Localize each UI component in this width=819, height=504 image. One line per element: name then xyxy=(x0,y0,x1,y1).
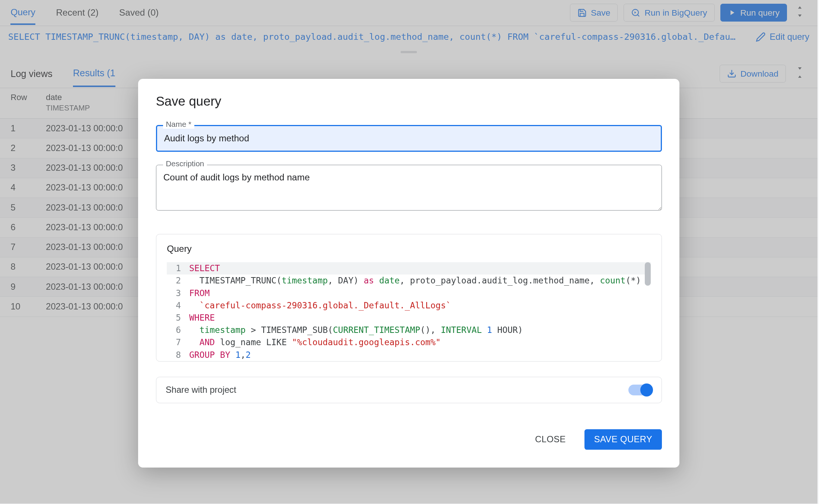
line-number: 4 xyxy=(167,299,181,312)
share-toggle[interactable] xyxy=(628,385,652,395)
code-line: 8GROUP BY 1,2 xyxy=(167,349,651,361)
description-field[interactable] xyxy=(156,165,662,211)
query-code-area[interactable]: 1SELECT2 TIMESTAMP_TRUNC(timestamp, DAY)… xyxy=(167,262,651,361)
code-content: timestamp > TIMESTAMP_SUB(CURRENT_TIMEST… xyxy=(189,324,523,336)
dialog-title: Save query xyxy=(156,94,662,109)
code-content: `careful-compass-290316.global._Default.… xyxy=(189,299,451,312)
line-number: 6 xyxy=(167,324,181,336)
code-line: 6 timestamp > TIMESTAMP_SUB(CURRENT_TIME… xyxy=(167,324,651,336)
line-number: 5 xyxy=(167,312,181,324)
code-line: 2 TIMESTAMP_TRUNC(timestamp, DAY) as dat… xyxy=(167,275,651,287)
line-number: 1 xyxy=(167,262,181,275)
code-content: SELECT xyxy=(189,262,220,275)
code-content: TIMESTAMP_TRUNC(timestamp, DAY) as date,… xyxy=(189,275,641,287)
code-line: 7 AND log_name LIKE "%cloudaudit.googlea… xyxy=(167,336,651,349)
code-line: 4 `careful-compass-290316.global._Defaul… xyxy=(167,299,651,312)
line-number: 2 xyxy=(167,275,181,287)
modal-overlay: Save query Name * Description Query 1SEL… xyxy=(0,0,818,504)
code-line: 3FROM xyxy=(167,287,651,299)
line-number: 8 xyxy=(167,349,181,361)
save-query-dialog: Save query Name * Description Query 1SEL… xyxy=(138,79,679,468)
share-with-project-row: Share with project xyxy=(156,377,662,404)
code-content: GROUP BY 1,2 xyxy=(189,349,251,361)
code-content: WHERE xyxy=(189,312,215,324)
description-field-label: Description xyxy=(163,159,207,168)
name-field-label: Name * xyxy=(163,120,194,129)
code-line: 5WHERE xyxy=(167,312,651,324)
share-label: Share with project xyxy=(166,385,236,395)
scrollbar[interactable] xyxy=(645,262,651,286)
close-button[interactable]: CLOSE xyxy=(527,429,574,450)
query-preview-title: Query xyxy=(167,244,651,254)
name-field[interactable] xyxy=(156,125,662,152)
line-number: 7 xyxy=(167,336,181,349)
code-content: FROM xyxy=(189,287,210,299)
toggle-knob xyxy=(640,383,653,397)
query-preview-box: Query 1SELECT2 TIMESTAMP_TRUNC(timestamp… xyxy=(156,234,662,362)
code-content: AND log_name LIKE "%cloudaudit.googleapi… xyxy=(189,336,441,349)
line-number: 3 xyxy=(167,287,181,299)
code-line: 1SELECT xyxy=(167,262,651,275)
save-query-button[interactable]: SAVE QUERY xyxy=(584,429,662,450)
